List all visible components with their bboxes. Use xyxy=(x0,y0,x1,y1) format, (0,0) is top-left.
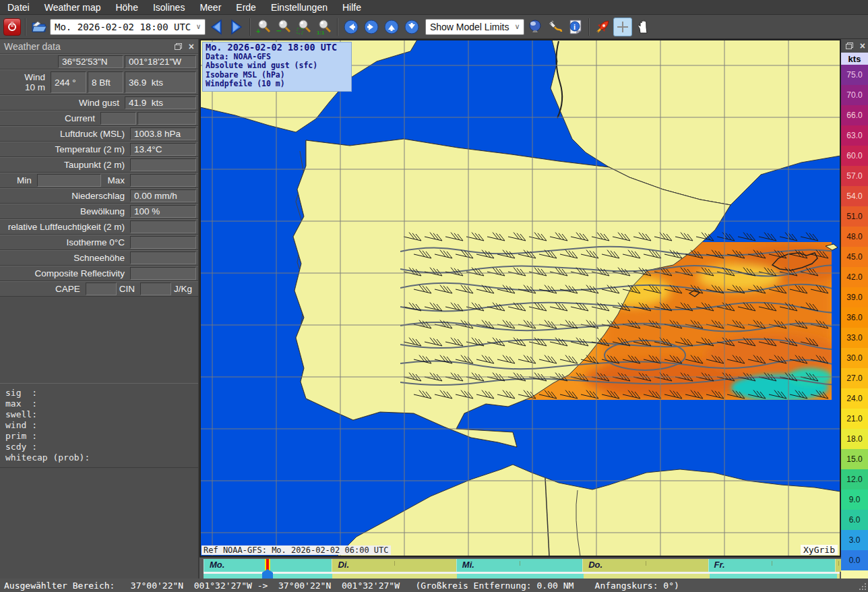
map-layer-1: Absolute wind gust (sfc) xyxy=(206,61,348,71)
colorbar-titlebar: × xyxy=(841,39,868,53)
pan-left-button[interactable] xyxy=(342,18,361,36)
current-row: Current xyxy=(0,111,198,126)
wind-speed-value: 36.9 kts xyxy=(125,71,196,93)
wind-beaufort-value: 8 Bft xyxy=(88,71,123,93)
colorbar-cell: 6.0 xyxy=(841,510,868,530)
menu-hilfe[interactable]: Hilfe xyxy=(335,1,369,14)
pan-down-button[interactable] xyxy=(402,18,421,36)
grib-info-button[interactable]: i xyxy=(566,18,585,36)
datetime-combobox[interactable]: Mo. 2026-02-02 18:00 UTC ∨ xyxy=(50,19,206,35)
map-info-box: Mo. 2026-02-02 18:00 UTC Data: NOAA-GFS … xyxy=(202,42,352,92)
temperature-row: Temperatur (2 m) 13.4°C xyxy=(0,142,198,157)
cape-row: CAPE CIN J/Kg xyxy=(0,281,198,297)
zoom-actual-button[interactable]: 1:1 xyxy=(315,18,334,36)
timeline-track-segment xyxy=(584,574,710,579)
chevron-down-icon: ∨ xyxy=(514,22,520,31)
gust-label: Wind gust xyxy=(2,98,123,108)
xygrib-brand-label: XyGrib xyxy=(801,545,838,555)
current-speed-value xyxy=(137,112,196,125)
datetime-value: Mo. 2026-02-02 18:00 UTC xyxy=(55,22,191,32)
timeline[interactable]: Mo.Di.Mi.Do.Fr.Sa. xyxy=(199,557,841,579)
map-canvas[interactable]: Mo. 2026-02-02 18:00 UTC Data: NOAA-GFS … xyxy=(199,39,841,557)
cape-value xyxy=(86,283,117,295)
longitude-value: 001°18'21"W xyxy=(125,55,196,68)
max-label: Max xyxy=(101,175,129,185)
snow-label: Schneehöhe xyxy=(2,253,129,263)
status-bar: Ausgewählter Bereich: 37°00'22"N 001°32'… xyxy=(0,579,868,592)
sea-state-block: sig : max : swell: wind : prim : scdy : … xyxy=(0,383,198,468)
timeline-day-Sa[interactable]: Sa. xyxy=(835,559,841,572)
humidity-row: relative Luftfeuchtigkeit (2 m) xyxy=(0,219,198,235)
toolbar: Mo. 2026-02-02 18:00 UTC ∨ + − xyxy=(0,15,868,39)
chevron-down-icon: ∨ xyxy=(196,22,201,31)
crosshair-tool-button[interactable] xyxy=(613,18,632,36)
colorbar-cell: 36.0 xyxy=(841,307,868,328)
svg-text:−: − xyxy=(276,26,282,35)
colorbar-cell: 45.0 xyxy=(841,247,868,267)
cloud-label: Bewölkung xyxy=(2,206,129,216)
quit-button[interactable] xyxy=(3,18,22,36)
model-limits-value: Show Model Limits xyxy=(430,22,509,32)
next-timestep-button[interactable] xyxy=(227,18,246,36)
colorbar-cell: 60.0 xyxy=(841,146,868,166)
menu-weather-map[interactable]: Weather map xyxy=(37,1,108,14)
humidity-label: relative Luftfeuchtigkeit (2 m) xyxy=(2,222,129,232)
globe-button[interactable] xyxy=(526,18,545,36)
timeline-day-Fr[interactable]: Fr. xyxy=(708,559,835,572)
toolbar-separator xyxy=(337,18,338,36)
float-panel-icon[interactable] xyxy=(175,43,182,50)
model-limits-combobox[interactable]: Show Model Limits ∨ xyxy=(425,19,525,35)
open-file-button[interactable] xyxy=(30,18,49,36)
timeline-day-Mi[interactable]: Mi. xyxy=(456,559,582,572)
colorbar-cell: 51.0 xyxy=(841,206,868,227)
colorbar-scale: 75.070.066.063.060.057.054.051.048.045.0… xyxy=(841,65,868,570)
toolbar-separator xyxy=(249,18,251,36)
close-panel-icon[interactable]: × xyxy=(189,43,194,50)
cloud-value: 100 % xyxy=(130,205,196,218)
colorbar-cell: 63.0 xyxy=(841,125,868,146)
pan-down-icon xyxy=(404,19,420,35)
zoom-select-button[interactable] xyxy=(294,18,313,36)
timeline-day-Di[interactable]: Di. xyxy=(332,559,456,572)
menu-einstellungen[interactable]: Einstellungen xyxy=(264,1,335,14)
float-panel-icon[interactable] xyxy=(846,42,853,49)
crosshair-icon xyxy=(616,20,629,34)
map-layer-2: Isobare MSL (hPa) xyxy=(206,71,348,80)
colorbar-cell: 48.0 xyxy=(841,227,868,247)
connect-button[interactable] xyxy=(546,18,565,36)
precipitation-label: Niederschlag xyxy=(2,191,129,201)
pan-right-icon xyxy=(363,19,379,35)
timeline-day-Do[interactable]: Do. xyxy=(582,559,708,572)
resize-grip[interactable] xyxy=(859,583,867,591)
menu-meer[interactable]: Meer xyxy=(192,1,228,14)
colorbar-cell: 9.0 xyxy=(841,490,868,510)
colorbar-cell: 18.0 xyxy=(841,429,868,449)
zoom-out-button[interactable]: − xyxy=(274,18,293,36)
wind-row: Wind 10 m 244 ° 8 Bft 36.9 kts xyxy=(0,69,198,95)
menu-isolines[interactable]: Isolines xyxy=(146,1,192,14)
prev-timestep-button[interactable] xyxy=(207,18,226,36)
zoom-actual-icon: 1:1 xyxy=(316,19,332,35)
zoom-in-button[interactable]: + xyxy=(254,18,273,36)
wind-direction-value: 244 ° xyxy=(51,71,86,93)
pressure-row: Luftdruck (MSL) 1003.8 hPa xyxy=(0,126,198,142)
globe-icon xyxy=(527,19,543,35)
pan-right-button[interactable] xyxy=(362,18,381,36)
current-dir-value xyxy=(100,112,136,125)
menu-datei[interactable]: Datei xyxy=(0,1,37,14)
colorbar-cell: 54.0 xyxy=(841,186,868,206)
colorbar-panel: × kts 75.070.066.063.060.057.054.051.048… xyxy=(841,39,868,579)
pressure-value: 1003.8 hPa xyxy=(130,127,196,140)
map-layer-3: Windpfeile (10 m) xyxy=(206,80,348,89)
pan-up-button[interactable] xyxy=(382,18,401,36)
distance-tool-button[interactable] xyxy=(593,18,612,36)
latitude-value: 36°52'53"N xyxy=(58,55,123,68)
close-panel-icon[interactable]: × xyxy=(860,42,865,49)
current-label: Current xyxy=(2,113,99,123)
pan-tool-button[interactable] xyxy=(633,18,652,36)
temperature-label: Temperatur (2 m) xyxy=(2,144,129,154)
weather-panel-titlebar[interactable]: Weather data × xyxy=(0,39,198,54)
menu-erde[interactable]: Erde xyxy=(228,1,264,14)
menu-höhe[interactable]: Höhe xyxy=(108,1,145,14)
timeline-track-segment xyxy=(332,574,457,579)
